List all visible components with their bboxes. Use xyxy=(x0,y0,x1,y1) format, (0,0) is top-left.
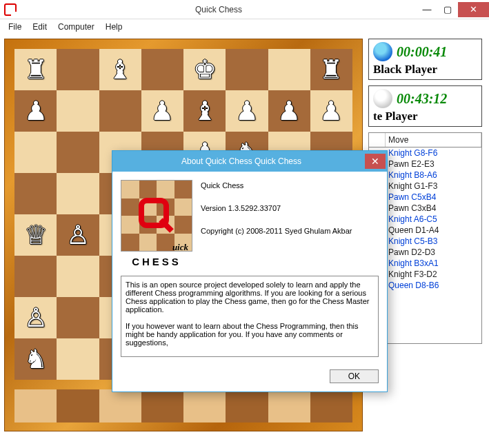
dialog-logo: uick CHESS xyxy=(121,180,192,267)
moves-header-num xyxy=(369,133,386,147)
dialog-version: Version 1.3.5292.33707 xyxy=(201,203,379,214)
piece[interactable]: ♝ xyxy=(108,57,132,83)
square-2-0[interactable] xyxy=(14,132,57,173)
piece[interactable]: ♕ xyxy=(24,222,48,248)
black-time: 00:00:41 xyxy=(397,44,447,60)
move-text: Knight A6-C5 xyxy=(388,214,437,224)
piece[interactable]: ♟ xyxy=(235,98,259,124)
logo-text-1: uick xyxy=(117,242,188,253)
square-0-0[interactable]: ♜ xyxy=(14,49,57,90)
logo-text-2: CHESS xyxy=(121,256,192,267)
dialog-desc-p1: This is an open source project developed… xyxy=(126,281,374,314)
square-5-1[interactable] xyxy=(57,256,99,297)
square-2-1[interactable] xyxy=(57,132,99,173)
moves-header: Move xyxy=(368,132,482,147)
dialog-titlebar[interactable]: About Quick Chess Quick Chess ✕ xyxy=(112,151,387,172)
white-player-name: te Player xyxy=(373,110,477,123)
piece[interactable]: ♜ xyxy=(319,57,343,83)
wood-strip xyxy=(14,389,352,422)
dialog-body: uick CHESS Quick Chess Version 1.3.5292.… xyxy=(112,172,387,276)
menu-help[interactable]: Help xyxy=(100,21,128,33)
square-3-0[interactable] xyxy=(14,173,57,214)
piece[interactable]: ♝ xyxy=(193,98,217,124)
move-text: Pawn E2-E3 xyxy=(388,159,435,169)
black-player-icon xyxy=(373,42,392,61)
square-1-5[interactable]: ♟ xyxy=(226,90,268,132)
move-text: Queen D8-B6 xyxy=(388,281,439,290)
move-text: Knight B3xA1 xyxy=(388,258,439,268)
square-0-7[interactable]: ♜ xyxy=(310,49,352,90)
window-titlebar: Quick Chess — ▢ ✕ xyxy=(0,0,489,19)
piece[interactable]: ♜ xyxy=(24,57,48,83)
square-0-5[interactable] xyxy=(226,49,268,90)
square-1-4[interactable]: ♝ xyxy=(183,90,226,132)
square-4-0[interactable]: ♕ xyxy=(14,214,57,256)
logo-q-icon xyxy=(121,180,192,252)
dialog-description[interactable]: This is an open source project developed… xyxy=(121,276,379,357)
square-0-4[interactable]: ♚ xyxy=(183,49,226,90)
move-text: Queen D1-A4 xyxy=(388,225,439,235)
square-7-1[interactable] xyxy=(57,338,99,380)
square-1-7[interactable]: ♟ xyxy=(310,90,352,132)
piece[interactable]: ♞ xyxy=(24,346,48,372)
piece[interactable]: ♟ xyxy=(319,98,343,124)
dialog-close-button[interactable]: ✕ xyxy=(365,154,386,169)
square-6-0[interactable]: ♙ xyxy=(14,297,57,338)
square-4-1[interactable]: ♙ xyxy=(57,214,99,256)
piece[interactable]: ♚ xyxy=(193,57,217,83)
square-0-3[interactable] xyxy=(141,49,183,90)
app-icon xyxy=(4,3,17,16)
square-1-0[interactable]: ♟ xyxy=(14,90,57,132)
white-player-icon xyxy=(373,89,392,108)
moves-header-move: Move xyxy=(386,133,481,147)
menu-edit[interactable]: Edit xyxy=(27,21,52,33)
black-player-name: Black Player xyxy=(373,63,477,77)
square-7-0[interactable]: ♞ xyxy=(14,338,57,380)
window-title: Quick Chess xyxy=(21,5,417,14)
move-text: Knight G8-F6 xyxy=(388,148,437,158)
black-clock: 00:00:41 Black Player xyxy=(368,39,482,80)
dialog-title: About Quick Chess Quick Chess xyxy=(118,156,365,166)
ok-button[interactable]: OK xyxy=(330,369,379,383)
square-6-1[interactable] xyxy=(57,297,99,338)
square-1-2[interactable] xyxy=(99,90,141,132)
square-3-1[interactable] xyxy=(57,173,99,214)
piece[interactable]: ♙ xyxy=(24,305,48,331)
menu-computer[interactable]: Computer xyxy=(52,21,100,33)
about-dialog: About Quick Chess Quick Chess ✕ uick CHE… xyxy=(112,150,388,392)
square-0-6[interactable] xyxy=(268,49,310,90)
window-buttons: — ▢ ✕ xyxy=(417,2,489,17)
workspace: ♜♝♚♜♟♟♝♟♟♟♟♞♕♙♙♙♙♘♙♙♙♞♗♔♗♖ 00:00:41 Blac… xyxy=(0,34,489,448)
move-text: Knight G1-F3 xyxy=(388,181,437,191)
dialog-app-name: Quick Chess xyxy=(201,180,379,192)
dialog-info: Quick Chess Version 1.3.5292.33707 Copyr… xyxy=(201,180,379,267)
move-text: Knight C5-B3 xyxy=(388,236,437,246)
square-0-1[interactable] xyxy=(57,49,99,90)
move-text: Knight F3-D2 xyxy=(388,269,437,279)
close-button[interactable]: ✕ xyxy=(458,2,489,17)
square-1-3[interactable]: ♟ xyxy=(141,90,183,132)
square-0-2[interactable]: ♝ xyxy=(99,49,141,90)
square-5-0[interactable] xyxy=(14,256,57,297)
move-text: Pawn C3xB4 xyxy=(388,203,436,213)
piece[interactable]: ♟ xyxy=(277,98,301,124)
white-clock: 00:43:12 te Player xyxy=(368,85,482,127)
dialog-footer: OK xyxy=(112,365,387,391)
white-time: 00:43:12 xyxy=(397,91,447,107)
move-text: Pawn C5xB4 xyxy=(388,192,436,202)
minimize-button[interactable]: — xyxy=(417,2,437,17)
menu-bar: File Edit Computer Help xyxy=(0,19,489,34)
square-1-1[interactable] xyxy=(57,90,99,132)
dialog-copyright: Copyright (c) 2008-2011 Syed Ghulam Akba… xyxy=(201,225,379,237)
move-text: Knight B8-A6 xyxy=(388,170,437,180)
dialog-desc-p2: If you however want to learn about the C… xyxy=(126,322,374,347)
maximize-button[interactable]: ▢ xyxy=(437,2,458,17)
move-text: Pawn D2-D3 xyxy=(388,247,435,257)
square-1-6[interactable]: ♟ xyxy=(268,90,310,132)
piece[interactable]: ♟ xyxy=(24,98,48,124)
piece[interactable]: ♙ xyxy=(66,222,90,248)
piece[interactable]: ♟ xyxy=(150,98,174,124)
menu-file[interactable]: File xyxy=(3,21,27,33)
